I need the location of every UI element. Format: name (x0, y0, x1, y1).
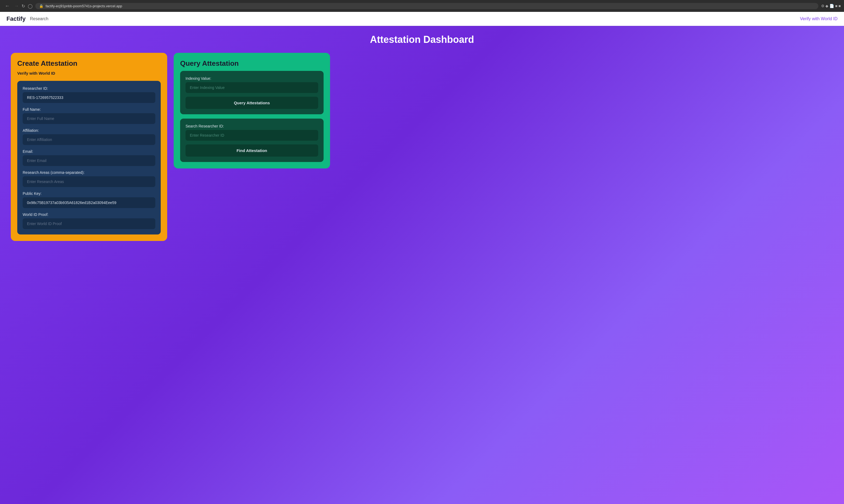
full-name-label: Full Name: (23, 107, 155, 112)
navbar-verify-link[interactable]: Verify with World ID (800, 16, 838, 21)
world-id-proof-group: World ID Proof: (23, 212, 155, 229)
url-text: factify-ecj91pnbb-poom5741s-projects.ver… (46, 4, 122, 8)
researcher-id-input[interactable] (23, 92, 155, 103)
query-attestation-card: Query Attestation Indexing Value: Query … (174, 53, 330, 168)
full-name-group: Full Name: (23, 107, 155, 124)
nav-buttons: ← → ↻ (3, 3, 25, 10)
create-verify-link[interactable]: Verify with World ID (17, 71, 161, 75)
brand-name: Factify (6, 15, 25, 22)
indexing-value-group: Indexing Value: (186, 76, 318, 93)
cards-row: Create Attestation Verify with World ID … (11, 53, 833, 241)
lock-icon: 🔒 (39, 4, 43, 8)
public-key-label: Public Key: (23, 191, 155, 196)
create-card-title: Create Attestation (17, 59, 161, 68)
public-key-group: Public Key: (23, 191, 155, 208)
researcher-id-group: Researcher ID: (23, 86, 155, 103)
researcher-id-label: Researcher ID: (23, 86, 155, 91)
search-form: Search Researcher ID: Find Attestation (180, 119, 323, 162)
reload-button[interactable]: ↻ (21, 3, 25, 8)
create-form: Researcher ID: Full Name: Affiliation: E… (17, 81, 161, 234)
brand: Factify Research (6, 15, 48, 22)
extensions-area: ⚙ ◆ 📄 ■ ■ (821, 4, 841, 8)
search-researcher-id-label: Search Researcher ID: (186, 124, 318, 128)
affiliation-input[interactable] (23, 134, 155, 145)
back-button[interactable]: ← (3, 3, 11, 10)
research-areas-input[interactable] (23, 176, 155, 187)
query-attestations-button[interactable]: Query Attestations (186, 97, 318, 109)
email-input[interactable] (23, 155, 155, 166)
query-card-title: Query Attestation (180, 59, 323, 68)
page-title: Attestation Dashboard (11, 34, 833, 45)
email-label: Email: (23, 149, 155, 154)
indexing-form: Indexing Value: Query Attestations (180, 71, 323, 114)
search-researcher-id-group: Search Researcher ID: (186, 124, 318, 141)
email-group: Email: (23, 149, 155, 166)
affiliation-group: Affiliation: (23, 128, 155, 145)
search-researcher-id-input[interactable] (186, 130, 318, 141)
public-key-input[interactable] (23, 197, 155, 208)
bookmark-button[interactable]: ◯ (28, 3, 33, 8)
world-id-proof-input[interactable] (23, 218, 155, 229)
research-areas-group: Research Areas (comma-separated): (23, 170, 155, 187)
indexing-value-input[interactable] (186, 82, 318, 93)
address-bar[interactable]: 🔒 factify-ecj91pnbb-poom5741s-projects.v… (35, 3, 819, 9)
affiliation-label: Affiliation: (23, 128, 155, 132)
brand-subtitle: Research (30, 16, 48, 21)
app-navbar: Factify Research Verify with World ID (0, 12, 844, 26)
browser-actions: ⚙ ◆ 📄 ■ ■ (821, 4, 841, 8)
browser-chrome: ← → ↻ ◯ 🔒 factify-ecj91pnbb-poom5741s-pr… (0, 0, 844, 12)
create-attestation-card: Create Attestation Verify with World ID … (11, 53, 167, 241)
forward-button[interactable]: → (13, 3, 20, 10)
main-content: Attestation Dashboard Create Attestation… (0, 26, 844, 249)
research-areas-label: Research Areas (comma-separated): (23, 170, 155, 175)
find-attestation-button[interactable]: Find Attestation (186, 144, 318, 157)
indexing-value-label: Indexing Value: (186, 76, 318, 80)
world-id-proof-label: World ID Proof: (23, 212, 155, 217)
full-name-input[interactable] (23, 113, 155, 124)
